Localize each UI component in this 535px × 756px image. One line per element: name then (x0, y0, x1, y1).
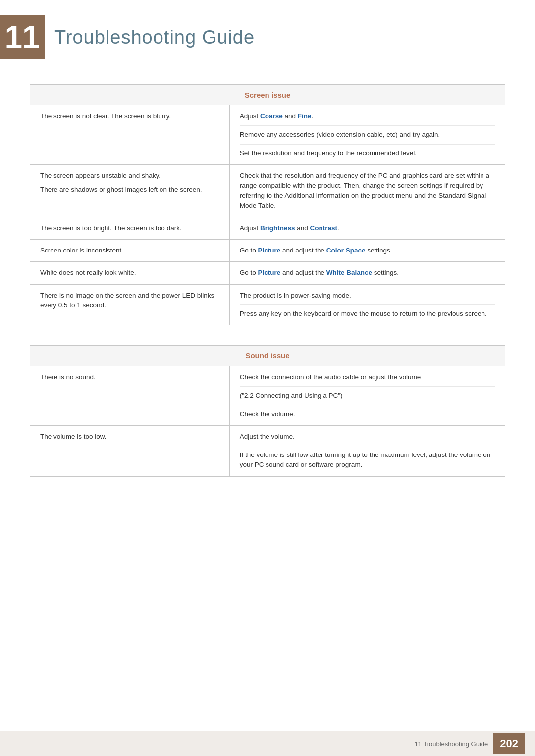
sound-table-header-row: Sound issue (30, 346, 505, 366)
solution-entry: Adjust Brightness and Contrast. (240, 223, 495, 233)
issue-cell: There is no image on the screen and the … (30, 284, 230, 325)
solution-entry: Adjust the volume. (240, 432, 495, 446)
solution-entry: Set the resolution and frequency to the … (240, 145, 495, 158)
solution-cell: Go to Picture and adjust the White Balan… (229, 262, 505, 284)
table-row: The screen appears unstable and shaky. T… (30, 164, 505, 217)
bold-picture: Picture (258, 247, 281, 254)
footer-page-badge: 202 (493, 733, 525, 754)
bold-white-balance: White Balance (326, 269, 372, 276)
solution-entry: If the volume is still low after turning… (240, 446, 495, 470)
table-row: White does not really look white. Go to … (30, 262, 505, 284)
issue-cell: The screen appears unstable and shaky. T… (30, 164, 230, 217)
solution-cell: Adjust Coarse and Fine. Remove any acces… (229, 105, 505, 165)
issue-cell: The screen is too bright. The screen is … (30, 217, 230, 239)
page-header: 11 Troubleshooting Guide (0, 0, 535, 69)
solution-entry: Remove any accessories (video extension … (240, 126, 495, 144)
screen-table-header-row: Screen issue (30, 85, 505, 105)
solution-entry: Adjust Coarse and Fine. (240, 111, 495, 126)
sound-table-header: Sound issue (30, 346, 505, 366)
issue-text: The screen appears unstable and shaky. (40, 171, 219, 181)
solution-entry: Go to Picture and adjust the White Balan… (240, 268, 495, 278)
solution-entry: Check the volume. (240, 405, 495, 419)
solution-entry: Check that the resolution and frequency … (240, 171, 495, 211)
solution-entry: ("2.2 Connecting and Using a PC") (240, 387, 495, 405)
table-row: There is no image on the screen and the … (30, 284, 505, 325)
table-row: The screen is not clear. The screen is b… (30, 105, 505, 165)
solution-entry: The product is in power-saving mode. (240, 291, 495, 305)
screen-issue-table: Screen issue The screen is not clear. Th… (30, 84, 505, 325)
issue-text: White does not really look white. (40, 269, 136, 276)
issue-cell: The screen is not clear. The screen is b… (30, 105, 230, 165)
issue-cell: Screen color is inconsistent. (30, 240, 230, 262)
solution-entry: Check the connection of the audio cable … (240, 372, 495, 387)
table-row: The volume is too low. Adjust the volume… (30, 425, 505, 476)
table-row: Screen color is inconsistent. Go to Pict… (30, 240, 505, 262)
solution-cell: Check the connection of the audio cable … (229, 366, 505, 426)
bold-fine: Fine (298, 112, 312, 120)
content-area: Screen issue The screen is not clear. Th… (0, 84, 535, 477)
table-row: The screen is too bright. The screen is … (30, 217, 505, 239)
bold-picture2: Picture (258, 269, 281, 276)
chapter-number-box: 11 (0, 15, 45, 59)
solution-entry: Press any key on the keyboard or move th… (240, 305, 495, 319)
solution-entry: Go to Picture and adjust the Color Space… (240, 246, 495, 255)
page-footer: 11 Troubleshooting Guide 202 (0, 731, 535, 756)
screen-table-header: Screen issue (30, 85, 505, 105)
sound-issue-table: Sound issue There is no sound. Check the… (30, 345, 505, 477)
bold-color-space: Color Space (326, 247, 366, 254)
bold-contrast: Contrast (310, 224, 338, 232)
solution-cell: The product is in power-saving mode. Pre… (229, 284, 505, 325)
issue-text: There is no sound. (40, 373, 96, 381)
issue-text: The volume is too low. (40, 433, 107, 440)
issue-cell: The volume is too low. (30, 425, 230, 476)
solution-cell: Adjust Brightness and Contrast. (229, 217, 505, 239)
solution-cell: Check that the resolution and frequency … (229, 164, 505, 217)
issue-text: Screen color is inconsistent. (40, 247, 123, 254)
solution-cell: Go to Picture and adjust the Color Space… (229, 240, 505, 262)
solution-cell: Adjust the volume. If the volume is stil… (229, 425, 505, 476)
issue-text-2: There are shadows or ghost images left o… (40, 185, 219, 195)
issue-cell: There is no sound. (30, 366, 230, 426)
footer-text: 11 Troubleshooting Guide (414, 740, 488, 748)
issue-text: There is no image on the screen and the … (40, 292, 214, 309)
page-title: Troubleshooting Guide (54, 27, 255, 48)
issue-text: The screen is not clear. The screen is b… (40, 112, 171, 120)
bold-coarse: Coarse (260, 112, 283, 120)
issue-cell: White does not really look white. (30, 262, 230, 284)
bold-brightness: Brightness (260, 224, 295, 232)
table-row: There is no sound. Check the connection … (30, 366, 505, 426)
chapter-number: 11 (4, 21, 40, 53)
issue-text: The screen is too bright. The screen is … (40, 224, 182, 232)
